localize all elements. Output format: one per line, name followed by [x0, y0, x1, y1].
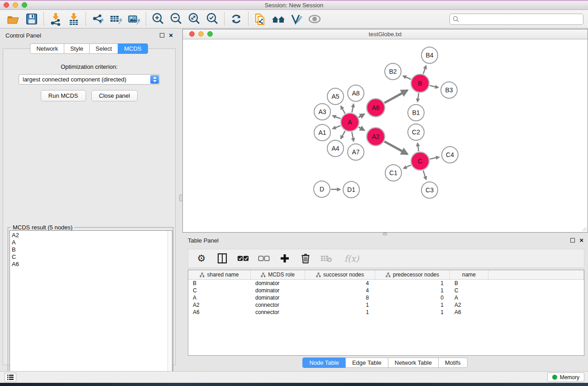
- node-A5[interactable]: A5: [327, 88, 344, 105]
- cell-MCDS-role[interactable]: connector: [251, 309, 305, 316]
- zoom-fit-button[interactable]: [185, 11, 203, 27]
- mcds-result-list[interactable]: A2ABCA6: [10, 230, 172, 379]
- column-header-name[interactable]: name: [450, 270, 488, 279]
- function-builder-button[interactable]: f(x): [341, 253, 362, 264]
- node-B[interactable]: B: [411, 74, 429, 92]
- delete-table-button[interactable]: [320, 253, 332, 264]
- result-item[interactable]: A: [12, 239, 172, 246]
- cell-successor-nodes[interactable]: 4: [305, 287, 375, 294]
- save-session-button[interactable]: [23, 11, 41, 27]
- export-table-button[interactable]: [107, 11, 125, 27]
- column-header-shared-name[interactable]: shared name: [188, 270, 251, 279]
- cell-shared-name[interactable]: C: [188, 287, 251, 294]
- tab-style[interactable]: Style: [64, 43, 90, 54]
- add-column-button[interactable]: [279, 253, 291, 264]
- zoom-out-button[interactable]: [167, 11, 185, 27]
- close-table-panel-icon[interactable]: ×: [579, 238, 583, 243]
- edge-A-A5[interactable]: [341, 106, 345, 114]
- edge-A6-B[interactable]: [384, 90, 407, 103]
- cell-predecessor-nodes[interactable]: 0: [375, 294, 450, 301]
- node-table[interactable]: shared nameMCDS rolesuccessor nodesprede…: [188, 270, 584, 356]
- tab-select[interactable]: Select: [89, 43, 118, 54]
- edge-C-C1[interactable]: [403, 165, 411, 168]
- edge-C-C2[interactable]: [417, 143, 419, 151]
- node-A6[interactable]: A6: [367, 99, 385, 117]
- export-network-button[interactable]: [89, 11, 107, 27]
- cell-name[interactable]: A2: [450, 301, 488, 309]
- tab-network-table[interactable]: Network Table: [388, 357, 439, 368]
- cell-predecessor-nodes[interactable]: 1: [375, 309, 450, 316]
- open-session-button[interactable]: [5, 11, 23, 27]
- criterion-dropdown[interactable]: largest connected component (directed): [19, 74, 160, 85]
- home-button[interactable]: [269, 11, 287, 27]
- float-table-panel-icon[interactable]: [570, 238, 575, 243]
- edge-A-A7[interactable]: [352, 132, 354, 142]
- column-panel-button[interactable]: [216, 253, 228, 264]
- network-graph[interactable]: B4B2BB3A8A5A6A3B1AA1C2A2A4A7C4CC1DD1C3: [183, 39, 588, 232]
- node-C2[interactable]: C2: [408, 124, 424, 140]
- node-C[interactable]: C: [411, 152, 429, 170]
- edge-A-A6[interactable]: [359, 114, 364, 117]
- table-row[interactable]: Bdominator41B: [188, 280, 584, 287]
- export-image-button[interactable]: [125, 11, 143, 27]
- close-panel-button[interactable]: Close panel: [91, 90, 138, 101]
- edge-A-A3[interactable]: [333, 116, 341, 119]
- import-table-button[interactable]: [65, 11, 83, 27]
- table-row[interactable]: A2connector11A2: [188, 301, 584, 309]
- node-A3[interactable]: A3: [314, 104, 330, 120]
- cell-name[interactable]: A6: [450, 309, 488, 316]
- network-canvas[interactable]: B4B2BB3A8A5A6A3B1AA1C2A2A4A7C4CC1DD1C3: [183, 39, 588, 232]
- edge-B-B1[interactable]: [417, 93, 419, 102]
- memory-button[interactable]: Memory: [547, 372, 584, 382]
- edge-A-A8[interactable]: [352, 104, 354, 113]
- cell-name[interactable]: C: [450, 287, 488, 294]
- delete-column-button[interactable]: [300, 253, 311, 264]
- cell-successor-nodes[interactable]: 4: [305, 280, 375, 287]
- result-item[interactable]: A6: [12, 261, 172, 268]
- result-scrollbar[interactable]: [167, 231, 172, 378]
- node-A[interactable]: A: [341, 113, 359, 131]
- tab-edge-table[interactable]: Edge Table: [345, 357, 388, 368]
- refresh-button[interactable]: [227, 11, 245, 27]
- node-B1[interactable]: B1: [408, 105, 424, 121]
- node-A2[interactable]: A2: [367, 128, 385, 146]
- deselect-all-button[interactable]: [258, 253, 270, 264]
- cell-shared-name[interactable]: A6: [188, 309, 251, 316]
- search-input[interactable]: [449, 14, 583, 25]
- column-header-predecessor-nodes[interactable]: predecessor nodes: [375, 270, 450, 279]
- edge-C-C3[interactable]: [423, 171, 426, 180]
- edge-C-C4[interactable]: [430, 157, 440, 159]
- tab-network[interactable]: Network: [30, 43, 64, 54]
- result-item[interactable]: B: [12, 246, 172, 253]
- edge-A-A4[interactable]: [341, 131, 345, 139]
- table-settings-button[interactable]: ⚙: [196, 253, 207, 264]
- new-network-from-selection-button[interactable]: [251, 11, 269, 27]
- node-B4[interactable]: B4: [421, 47, 438, 63]
- node-D1[interactable]: D1: [343, 181, 359, 198]
- edge-A2-C[interactable]: [384, 142, 407, 154]
- cell-predecessor-nodes[interactable]: 1: [375, 287, 450, 294]
- table-row[interactable]: Cdominator41C: [188, 287, 584, 294]
- cell-MCDS-role[interactable]: dominator: [251, 280, 305, 287]
- show-graphics-details-button[interactable]: [287, 11, 306, 27]
- node-A1[interactable]: A1: [314, 124, 330, 141]
- edge-B-B2[interactable]: [403, 76, 411, 80]
- cell-MCDS-role[interactable]: dominator: [251, 287, 305, 294]
- float-panel-icon[interactable]: [160, 33, 164, 38]
- node-D[interactable]: D: [314, 181, 330, 197]
- cell-successor-nodes[interactable]: 8: [305, 294, 375, 301]
- column-header-successor-nodes[interactable]: successor nodes: [305, 270, 375, 279]
- edge-A-A1[interactable]: [333, 126, 341, 129]
- cell-MCDS-role[interactable]: dominator: [251, 294, 305, 301]
- tab-motifs[interactable]: Motifs: [438, 357, 468, 368]
- cell-shared-name[interactable]: A: [188, 294, 251, 301]
- node-C3[interactable]: C3: [421, 182, 438, 198]
- cell-shared-name[interactable]: B: [188, 280, 251, 287]
- task-history-button[interactable]: [5, 373, 16, 382]
- node-A8[interactable]: A8: [348, 85, 364, 101]
- cell-successor-nodes[interactable]: 1: [305, 301, 375, 309]
- cell-predecessor-nodes[interactable]: 1: [375, 301, 450, 309]
- column-header-MCDS-role[interactable]: MCDS role: [251, 270, 305, 279]
- table-row[interactable]: Adominator80A: [188, 294, 584, 301]
- result-item[interactable]: A2: [12, 232, 172, 239]
